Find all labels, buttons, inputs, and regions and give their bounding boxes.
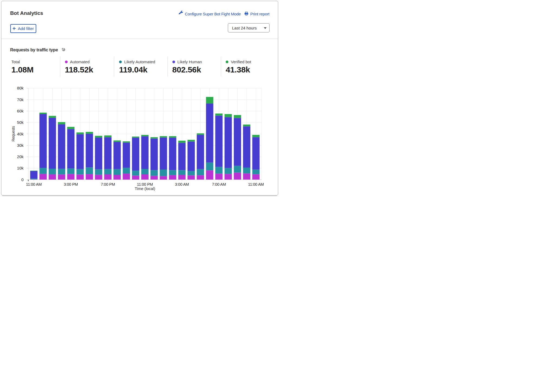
svg-text:10k: 10k: [17, 166, 24, 170]
svg-text:11:00 AM: 11:00 AM: [248, 182, 264, 187]
svg-text:0: 0: [21, 177, 24, 182]
svg-text:40k: 40k: [17, 132, 24, 136]
svg-text:7:00 PM: 7:00 PM: [101, 182, 115, 187]
svg-text:Requests: Requests: [11, 126, 15, 141]
svg-text:30k: 30k: [17, 143, 24, 148]
svg-text:7:00 AM: 7:00 AM: [212, 182, 226, 187]
svg-text:11:00 AM: 11:00 AM: [26, 182, 42, 187]
svg-text:11:00 PM: 11:00 PM: [137, 182, 153, 187]
svg-text:3:00 AM: 3:00 AM: [175, 182, 189, 187]
svg-text:50k: 50k: [17, 120, 24, 125]
svg-text:60k: 60k: [17, 109, 24, 113]
svg-text:20k: 20k: [17, 154, 24, 159]
svg-text:70k: 70k: [17, 97, 24, 102]
svg-text:80k: 80k: [17, 86, 24, 90]
svg-text:3:00 PM: 3:00 PM: [64, 182, 78, 187]
svg-text:Time (local): Time (local): [135, 187, 155, 191]
